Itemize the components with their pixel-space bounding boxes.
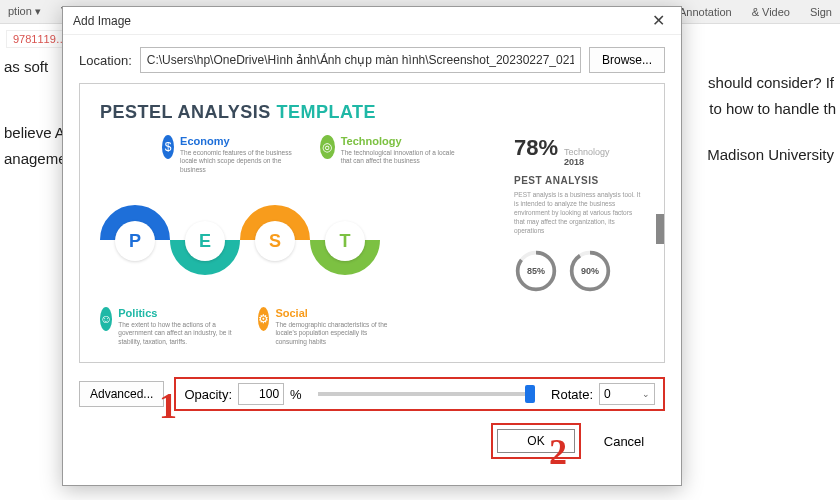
page-handle — [656, 214, 664, 244]
bulb-icon: ◎ — [320, 135, 335, 159]
percent-sign: % — [290, 387, 302, 402]
location-input[interactable] — [140, 47, 581, 73]
globe-icon: ⚙ — [258, 307, 269, 331]
cat-politics-title: Politics — [118, 307, 240, 319]
dialog-title-text: Add Image — [73, 14, 131, 28]
opacity-rotate-group: Opacity: % Rotate: 0 ⌄ — [174, 377, 665, 411]
opacity-slider[interactable] — [318, 392, 535, 396]
rotate-value: 0 — [604, 387, 611, 401]
person-icon: ☺ — [100, 307, 112, 331]
slider-thumb[interactable] — [525, 385, 535, 403]
pest-wave: P E S T — [100, 179, 500, 299]
cat-economy-title: Economy — [180, 135, 302, 147]
letter-p: P — [115, 221, 155, 261]
cat-politics-desc: The extent to how the actions of a gover… — [118, 321, 240, 346]
percent-big: 78% — [514, 135, 558, 161]
bg-text: to how to handle th — [709, 96, 836, 122]
location-row: Location: Browse... — [63, 35, 681, 83]
advanced-button[interactable]: Advanced... — [79, 381, 164, 407]
add-image-dialog: Add Image ✕ Location: Browse... PESTEL A… — [62, 6, 682, 486]
pestel-title-a: PESTEL ANALYSIS — [100, 102, 276, 122]
letter-t: T — [325, 221, 365, 261]
donut-90-label: 90% — [581, 266, 599, 276]
toolbar-video[interactable]: & Video — [752, 6, 790, 18]
pestel-title-b: TEMPLATE — [276, 102, 376, 122]
bg-text: believe A — [4, 120, 65, 146]
pest-analysis-desc: PEST analysis is a business analysis too… — [514, 190, 644, 235]
close-icon[interactable]: ✕ — [646, 11, 671, 30]
bg-text: as soft — [4, 54, 48, 80]
bg-text: should consider? If — [708, 70, 834, 96]
cat-economy-desc: The economic features of the business lo… — [180, 149, 302, 174]
bg-text: anageme — [4, 146, 67, 172]
chevron-down-icon: ⌄ — [642, 389, 650, 399]
dialog-titlebar: Add Image ✕ — [63, 7, 681, 35]
cancel-button[interactable]: Cancel — [589, 429, 659, 453]
location-label: Location: — [79, 53, 132, 68]
rotate-label: Rotate: — [551, 387, 593, 402]
pest-analysis-title: PEST ANALYSIS — [514, 175, 644, 186]
cat-tech-desc: The technological innovation of a locale… — [341, 149, 460, 166]
toolbar-annotation[interactable]: Annotation — [679, 6, 732, 18]
letter-s: S — [255, 221, 295, 261]
pestel-right: 78% Technology 2018 PEST ANALYSIS PEST a… — [514, 135, 644, 299]
bg-text: Madison University — [707, 142, 834, 168]
browse-button[interactable]: Browse... — [589, 47, 665, 73]
dollar-icon: $ — [162, 135, 174, 159]
donut-85-label: 85% — [527, 266, 545, 276]
toolbar-sign[interactable]: Sign — [810, 6, 832, 18]
toolbar-option[interactable]: ption ▾ — [8, 5, 41, 18]
opacity-label: Opacity: — [184, 387, 232, 402]
donut-90: 90% — [568, 249, 612, 293]
cat-social-desc: The demographic characteristics of the l… — [275, 321, 398, 346]
pestel-left: $ Economy The economic features of the b… — [100, 135, 500, 299]
annotation-2: 2 — [549, 431, 567, 473]
letter-e: E — [185, 221, 225, 261]
cat-tech-title: Technology — [341, 135, 460, 147]
rotate-select[interactable]: 0 ⌄ — [599, 383, 655, 405]
cat-social-title: Social — [275, 307, 398, 319]
donut-85: 85% — [514, 249, 558, 293]
pestel-title: PESTEL ANALYSIS TEMPLATE — [100, 102, 644, 123]
right-year: 2018 — [564, 157, 610, 167]
opacity-input[interactable] — [238, 383, 284, 405]
image-preview: PESTEL ANALYSIS TEMPLATE $ Economy The e… — [79, 83, 665, 363]
dialog-buttons: OK Cancel — [85, 429, 659, 453]
right-tech: Technology — [564, 147, 610, 157]
annotation-1: 1 — [159, 385, 177, 427]
